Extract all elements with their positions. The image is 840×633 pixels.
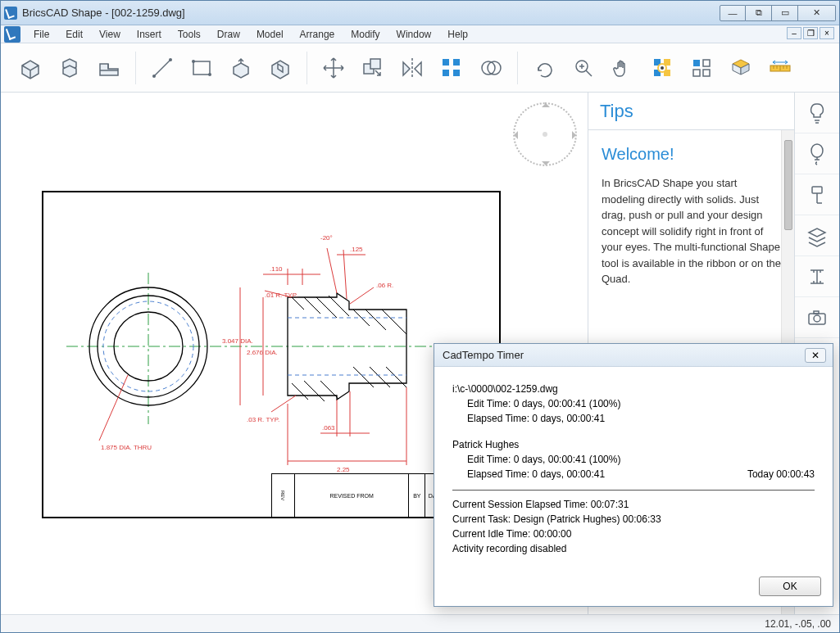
maximize-button[interactable]: ▭: [772, 5, 798, 21]
mdi-restore[interactable]: ❐: [803, 27, 818, 39]
dlg-elapsed: Elapsed Time: 0 days, 00:00:41: [452, 411, 815, 426]
svg-point-91: [814, 315, 820, 322]
svg-text:.110: .110: [270, 265, 283, 273]
menu-window[interactable]: Window: [388, 25, 440, 43]
svg-rect-92: [814, 311, 819, 314]
app-icon: [4, 7, 17, 20]
svg-line-52: [320, 381, 338, 399]
status-coordinates: 12.01, -.05, .00: [765, 618, 831, 630]
svg-rect-88: [812, 187, 822, 193]
svg-line-16: [586, 70, 592, 76]
svg-rect-11: [443, 70, 449, 76]
dlg-task: Current Task: Design (Patrick Hughes) 00…: [452, 512, 815, 527]
tips-scroll-thumb[interactable]: [784, 140, 792, 230]
title-bar[interactable]: BricsCAD Shape - [002-1259.dwg] — ⧉ ▭ ✕: [1, 1, 839, 25]
tips-title: Tips: [588, 93, 794, 130]
panel-tips-icon[interactable]: [795, 93, 839, 133]
window-controls: — ⧉ ▭ ✕: [720, 5, 836, 21]
tool-box[interactable]: [16, 53, 45, 83]
svg-rect-10: [453, 59, 460, 66]
menu-arrange[interactable]: Arrange: [292, 25, 343, 43]
tool-union[interactable]: [476, 53, 506, 83]
svg-line-75: [271, 396, 296, 412]
panel-materials-icon[interactable]: [795, 174, 839, 215]
svg-rect-9: [443, 59, 449, 66]
tips-heading: Welcome!: [602, 145, 781, 164]
dlg-user: Patrick Hughes: [452, 437, 815, 452]
svg-point-13: [482, 61, 495, 75]
menu-view[interactable]: View: [91, 25, 129, 43]
tool-array-grid[interactable]: [437, 53, 466, 83]
svg-point-24: [661, 66, 664, 70]
tool-subtract[interactable]: [266, 53, 295, 83]
panel-layers-icon[interactable]: [795, 215, 839, 256]
dlg-edit-time: Edit Time: 0 days, 00:00:41 (100%): [452, 396, 815, 411]
panel-camera-icon[interactable]: [795, 297, 839, 338]
view-compass[interactable]: [513, 102, 577, 166]
tool-pushpull[interactable]: [226, 53, 256, 83]
menu-model[interactable]: Model: [248, 25, 292, 43]
svg-line-54: [370, 367, 390, 387]
status-bar: 12.01, -.05, .00: [1, 614, 839, 632]
svg-point-87: [811, 144, 823, 157]
tool-wall[interactable]: [94, 53, 124, 83]
svg-point-1: [152, 75, 156, 78]
menu-file[interactable]: File: [25, 25, 57, 43]
app-window: BricsCAD Shape - [002-1259.dwg] — ⧉ ▭ ✕ …: [0, 0, 840, 633]
panel-structure-icon[interactable]: [795, 256, 839, 297]
menu-edit[interactable]: Edit: [57, 25, 91, 43]
svg-text:.06 R.: .06 R.: [376, 282, 393, 289]
tips-body-text: In BricsCAD Shape you start modeling dir…: [602, 175, 781, 287]
minimize-button[interactable]: —: [720, 5, 746, 21]
window-title: BricsCAD Shape - [002-1259.dwg]: [22, 7, 720, 19]
mdi-close[interactable]: ×: [820, 27, 834, 39]
svg-line-68: [327, 248, 337, 293]
svg-line-0: [154, 60, 170, 76]
dialog-close-button[interactable]: ✕: [805, 348, 826, 363]
svg-rect-27: [693, 70, 700, 76]
tool-rectangle[interactable]: [187, 53, 216, 83]
svg-line-55: [386, 367, 406, 387]
tool-line[interactable]: [148, 53, 177, 83]
tool-extrude[interactable]: [55, 53, 84, 83]
close-button[interactable]: ✕: [798, 5, 836, 21]
menu-tools[interactable]: Tools: [170, 25, 209, 43]
tool-measure[interactable]: [765, 53, 795, 83]
dialog-title[interactable]: CadTempo Timer: [434, 344, 833, 367]
menu-draw[interactable]: Draw: [209, 25, 248, 43]
bricscad-icon[interactable]: [4, 26, 20, 43]
svg-text:3.047 DIA.: 3.047 DIA.: [222, 337, 253, 345]
drawing-content: 1.875 DIA. THRU 3.047 DIA. 2.676 DIA.: [42, 191, 501, 518]
tool-copy-array[interactable]: [358, 53, 388, 83]
svg-line-49: [382, 310, 406, 334]
svg-line-43: [292, 297, 304, 310]
svg-rect-28: [703, 70, 710, 76]
svg-line-44: [304, 297, 320, 314]
menu-help[interactable]: Help: [439, 25, 476, 43]
dialog-ok-button[interactable]: OK: [759, 576, 821, 596]
svg-rect-25: [693, 60, 700, 66]
tool-rotate[interactable]: [529, 53, 559, 83]
mdi-controls: – ❐ ×: [782, 25, 839, 42]
svg-point-5: [208, 73, 211, 76]
dlg-user-edit: Edit Time: 0 days, 00:00:41 (100%): [452, 452, 747, 467]
cadtempo-dialog[interactable]: CadTempo Timer ✕ i:\c-\0000\002-1259.dwg…: [434, 343, 833, 607]
tool-pan[interactable]: [608, 53, 638, 83]
svg-line-48: [366, 310, 386, 330]
tool-zoom-extents[interactable]: [569, 53, 598, 83]
tool-selection-mode[interactable]: [687, 53, 716, 83]
menu-insert[interactable]: Insert: [129, 25, 170, 43]
menu-modify[interactable]: Modify: [343, 25, 388, 43]
svg-point-2: [169, 58, 172, 61]
svg-text:.125: .125: [350, 246, 363, 253]
tool-move[interactable]: [319, 53, 348, 83]
svg-rect-26: [703, 60, 710, 66]
tool-layers-toggle[interactable]: [647, 53, 677, 83]
restore-button[interactable]: ⧉: [746, 5, 772, 21]
tool-mirror[interactable]: [397, 53, 427, 83]
svg-text:1.875 DIA. THRU: 1.875 DIA. THRU: [101, 444, 152, 451]
svg-rect-7: [370, 59, 380, 69]
panel-balloon-icon[interactable]: [795, 133, 839, 174]
mdi-minimize[interactable]: –: [787, 27, 801, 39]
tool-section[interactable]: [726, 53, 756, 83]
